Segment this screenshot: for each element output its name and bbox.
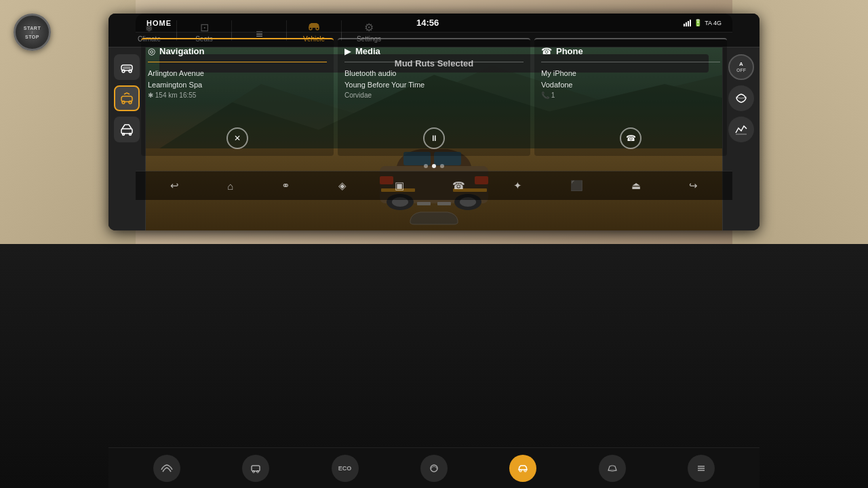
toolbar-eject-icon[interactable]: ⏏	[629, 177, 644, 195]
bottom-icon-eco[interactable]: ECO	[332, 455, 359, 482]
auto-label: A	[739, 62, 743, 67]
bottom-toolbar: ↩ ⌂ ⚭ ◈ ▣ ☎ ✦ ⬛ ⏏ ↪	[136, 171, 732, 200]
home-label: HOME	[146, 19, 172, 27]
svg-point-28	[253, 470, 255, 472]
status-icons: 🔋 TA 4G	[684, 19, 722, 26]
toolbar-connect-icon[interactable]: ⚭	[279, 177, 293, 195]
svg-point-10	[123, 134, 125, 136]
bottom-row-icons: ECO	[108, 447, 760, 488]
nav-icon: ◎	[148, 46, 155, 56]
media-divider	[344, 62, 524, 62]
svg-point-4	[122, 70, 125, 73]
media-line1: Bluetooth audio	[344, 68, 524, 79]
nav-line3: ✱ 154 km 16:55	[148, 90, 327, 100]
toolbar-forward-icon[interactable]: ↪	[686, 177, 701, 195]
start-stop-area[interactable]: START / STOP	[14, 14, 54, 54]
phone-line1: My iPhone	[541, 68, 720, 79]
eco-label: ECO	[338, 465, 352, 472]
phone-title: Phone	[556, 46, 583, 56]
dot-3[interactable]	[440, 164, 444, 168]
carousel-dots	[136, 161, 732, 171]
battery-icon: 🔋	[694, 19, 702, 26]
network-label: TA 4G	[705, 20, 722, 26]
nav-panel-header: ◎ Navigation	[148, 46, 327, 56]
navigation-panel[interactable]: ◎ Navigation Arlington Avenue Leamington…	[141, 38, 334, 156]
svg-point-32	[524, 470, 526, 472]
media-icon: ▶	[344, 46, 351, 56]
media-content: Bluetooth audio Young Before Your Time C…	[344, 68, 524, 100]
stop-label: STOP	[25, 35, 39, 39]
start-label: START	[24, 26, 41, 30]
media-line3: Corvidae	[344, 90, 524, 100]
media-title: Media	[355, 46, 380, 56]
phone-panel[interactable]: ☎ Phone My iPhone Vodafone 📞 1 ☎	[534, 38, 727, 156]
bottom-icon-1[interactable]	[153, 455, 180, 482]
small-car-indicator	[400, 207, 468, 227]
bottom-icon-6[interactable]	[599, 455, 626, 482]
dot-2[interactable]	[432, 164, 436, 168]
toolbar-camera-icon[interactable]: ⬛	[568, 177, 586, 195]
svg-point-11	[130, 134, 132, 136]
nav-line1: Arlington Avenue	[148, 68, 327, 79]
bottom-icon-4[interactable]	[420, 455, 448, 482]
media-panel[interactable]: ▶ Media Bluetooth audio Young Before You…	[338, 38, 530, 156]
nav-line2: Leamington Spa	[148, 79, 327, 91]
upper-screen: HOME 14:56 🔋 TA 4G ◎ Navigation	[136, 14, 732, 210]
upper-screen-container: HOME 14:56 🔋 TA 4G ◎ Navigation	[136, 14, 732, 210]
phone-line3: 📞 1	[541, 90, 720, 100]
media-panel-header: ▶ Media	[344, 46, 524, 56]
status-time: 14:56	[416, 18, 439, 28]
phone-panel-header: ☎ Phone	[541, 46, 720, 56]
nav-title: Navigation	[159, 46, 204, 56]
svg-point-31	[519, 470, 521, 472]
bottom-icon-5-active[interactable]	[509, 455, 536, 482]
toolbar-home-icon[interactable]: ⌂	[224, 178, 236, 195]
phone-icon: ☎	[541, 46, 552, 56]
bottom-icon-7[interactable]	[688, 455, 715, 482]
svg-rect-22	[437, 202, 451, 205]
dot-1[interactable]	[424, 164, 428, 168]
svg-rect-21	[417, 202, 431, 205]
phone-action-button[interactable]: ☎	[620, 127, 642, 149]
toolbar-bluetooth-icon[interactable]: ✦	[511, 177, 525, 195]
phone-content: My iPhone Vodafone 📞 1	[541, 68, 720, 100]
status-bar: HOME 14:56 🔋 TA 4G	[136, 14, 732, 33]
toolbar-phone-icon[interactable]: ☎	[450, 177, 468, 195]
media-line2: Young Before Your Time	[344, 79, 524, 91]
svg-point-29	[257, 470, 259, 472]
phone-line2: Vodafone	[541, 79, 720, 91]
main-panels: ◎ Navigation Arlington Avenue Leamington…	[136, 33, 732, 161]
svg-point-7	[122, 101, 125, 104]
toolbar-back-icon[interactable]: ↩	[167, 177, 182, 195]
toolbar-nav-icon[interactable]: ◈	[336, 177, 349, 195]
svg-rect-3	[123, 66, 131, 69]
nav-divider	[148, 62, 327, 62]
nav-action-button[interactable]: ✕	[226, 127, 248, 149]
toolbar-media-icon[interactable]: ▣	[392, 177, 407, 195]
svg-rect-27	[252, 466, 260, 471]
signal-icon	[684, 20, 691, 26]
phone-divider	[541, 62, 720, 62]
svg-point-8	[129, 101, 132, 104]
start-stop-button[interactable]: START / STOP	[14, 14, 51, 51]
bottom-icon-2[interactable]	[242, 455, 269, 482]
nav-content: Arlington Avenue Leamington Spa ✱ 154 km…	[148, 68, 327, 100]
media-action-button[interactable]: ⏸	[423, 127, 445, 149]
svg-point-5	[129, 70, 132, 73]
off-label: OFF	[736, 68, 746, 73]
